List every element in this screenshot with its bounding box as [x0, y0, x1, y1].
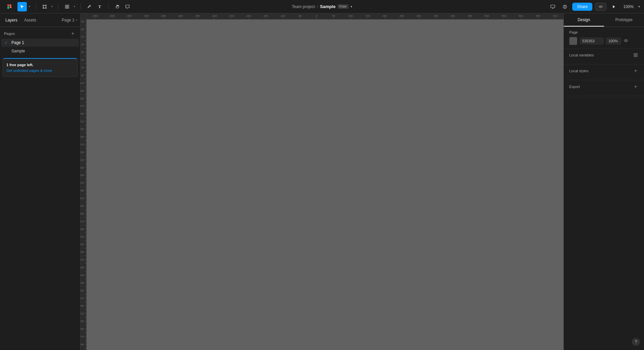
page-section-title: Page: [569, 30, 578, 34]
svg-text:-10: -10: [80, 36, 84, 38]
upgrade-text: 1 free page left. Get unlimited pages & …: [6, 62, 74, 73]
tool-move-dropdown[interactable]: ▾: [28, 2, 32, 11]
share-button[interactable]: Share: [572, 3, 592, 11]
page-item-sample[interactable]: ✓ Sample: [1, 47, 79, 55]
ruler-vertical: -50-30-101030507090110130150170190210230…: [80, 19, 87, 350]
svg-text:630: 630: [80, 282, 84, 284]
svg-text:30: 30: [81, 51, 84, 53]
svg-text:350: 350: [80, 174, 84, 176]
svg-text:550: 550: [502, 14, 506, 17]
upgrade-banner: 1 free page left. Get unlimited pages & …: [3, 58, 77, 77]
svg-text:10: 10: [81, 43, 84, 46]
tab-prototype[interactable]: Prototype: [604, 13, 644, 27]
svg-text:150: 150: [80, 97, 84, 100]
page-color-row: [569, 37, 639, 45]
tab-layers[interactable]: Layers: [3, 16, 20, 24]
ruler-corner: [80, 13, 87, 19]
svg-text:490: 490: [80, 228, 84, 230]
tool-text[interactable]: T: [95, 2, 104, 11]
tool-comment[interactable]: [123, 2, 132, 11]
svg-text:250: 250: [80, 136, 84, 138]
topbar-left: ▾ ▾: [4, 1, 133, 12]
tool-frame-dropdown[interactable]: ▾: [50, 2, 54, 11]
tool-divider-1: [36, 3, 36, 10]
svg-rect-17: [67, 7, 69, 8]
main-area: Layers Assets Page 1 ▾ Pages + ✓ Page 1 …: [0, 13, 644, 350]
svg-text:-200: -200: [246, 14, 251, 17]
topbar-right: Share 100% ▾: [548, 2, 640, 11]
ruler-v-svg: -50-30-101030507090110130150170190210230…: [80, 19, 87, 350]
upgrade-link[interactable]: Get unlimited pages & more: [6, 69, 52, 73]
page-color-swatch[interactable]: [569, 37, 577, 45]
zoom-dropdown-button[interactable]: ▾: [638, 5, 640, 8]
page-selector[interactable]: Page 1 ▾: [62, 18, 77, 23]
svg-text:250: 250: [399, 14, 404, 17]
current-page-name: Page 1: [62, 18, 74, 23]
variables-actions: [633, 52, 639, 58]
canvas-area[interactable]: -650-600-550-500-450-400-350-300-250-200…: [80, 13, 564, 350]
tab-design[interactable]: Design: [564, 13, 604, 27]
page-dropdown-caret: ▾: [76, 18, 77, 22]
local-variables-header: Local variables: [569, 52, 639, 58]
svg-rect-487: [636, 53, 637, 55]
export-title: Export: [569, 85, 580, 89]
tool-divider-2: [58, 3, 58, 10]
svg-text:790: 790: [80, 343, 84, 346]
dev-mode-button[interactable]: [595, 3, 606, 11]
tool-shape-dropdown[interactable]: ▾: [72, 2, 76, 11]
svg-text:-600: -600: [109, 14, 115, 17]
svg-text:750: 750: [80, 328, 84, 330]
help-icon[interactable]: [560, 2, 570, 11]
svg-text:190: 190: [80, 113, 84, 115]
help-button[interactable]: ?: [632, 338, 640, 346]
svg-text:370: 370: [80, 182, 84, 184]
svg-text:450: 450: [468, 14, 472, 17]
visibility-toggle[interactable]: [624, 38, 628, 44]
logo-button[interactable]: [4, 1, 15, 12]
tab-assets[interactable]: Assets: [21, 16, 39, 24]
page-color-hex-input[interactable]: [580, 38, 603, 44]
presentation-icon[interactable]: [548, 2, 557, 11]
topbar: ▾ ▾: [0, 0, 644, 13]
present-button[interactable]: [609, 2, 619, 11]
svg-text:-250: -250: [229, 14, 234, 17]
svg-text:230: 230: [80, 128, 84, 130]
svg-point-485: [626, 40, 627, 41]
svg-text:270: 270: [80, 143, 84, 146]
pages-list: ✓ Page 1 ✓ Sample: [0, 38, 80, 55]
local-variables-action-btn[interactable]: [633, 52, 639, 58]
tool-hand[interactable]: [113, 2, 122, 11]
page-opacity-input[interactable]: [606, 38, 621, 44]
tool-components[interactable]: [62, 2, 72, 11]
pages-label: Pages: [4, 32, 15, 36]
svg-text:350: 350: [433, 14, 438, 17]
canvas-content[interactable]: [87, 19, 564, 350]
plan-badge: Free: [337, 4, 348, 9]
svg-text:-30: -30: [80, 28, 84, 31]
svg-text:50: 50: [81, 59, 84, 61]
page-item-page1[interactable]: ✓ Page 1: [1, 39, 79, 47]
file-dropdown-button[interactable]: ▾: [351, 5, 352, 8]
svg-text:570: 570: [80, 259, 84, 261]
svg-text:-500: -500: [144, 14, 149, 17]
svg-text:90: 90: [81, 74, 84, 77]
svg-rect-1: [10, 4, 11, 6]
svg-point-484: [624, 39, 628, 42]
export-add-button[interactable]: +: [633, 84, 639, 90]
tool-move[interactable]: [17, 2, 27, 11]
tool-frame[interactable]: [40, 2, 49, 11]
local-styles-add-button[interactable]: +: [633, 68, 639, 74]
add-page-button[interactable]: +: [69, 30, 76, 37]
right-panel: Design Prototype Page: [564, 13, 644, 350]
svg-rect-14: [65, 5, 67, 6]
svg-text:50: 50: [332, 14, 335, 17]
zoom-value[interactable]: 100%: [621, 3, 636, 10]
svg-text:390: 390: [80, 189, 84, 192]
svg-rect-15: [67, 5, 69, 6]
tool-group-select: ▾: [16, 2, 33, 11]
tool-pen[interactable]: [85, 2, 94, 11]
svg-text:100: 100: [348, 14, 353, 17]
local-variables-title: Local variables: [569, 53, 594, 57]
svg-text:200: 200: [382, 14, 387, 17]
svg-text:710: 710: [80, 312, 84, 315]
